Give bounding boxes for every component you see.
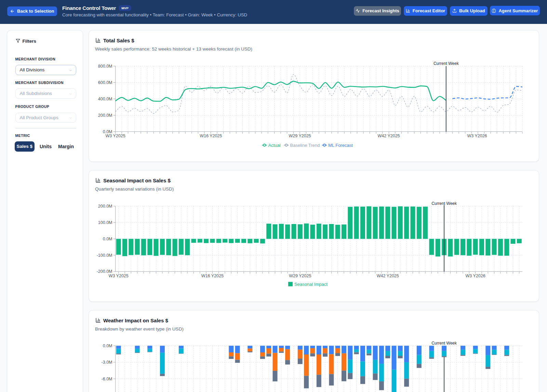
svg-text:-3.0M: -3.0M: [102, 360, 112, 365]
svg-text:Current Week: Current Week: [431, 341, 457, 346]
svg-text:-6.0M: -6.0M: [102, 377, 112, 381]
svg-text:0.0M: 0.0M: [103, 344, 112, 348]
